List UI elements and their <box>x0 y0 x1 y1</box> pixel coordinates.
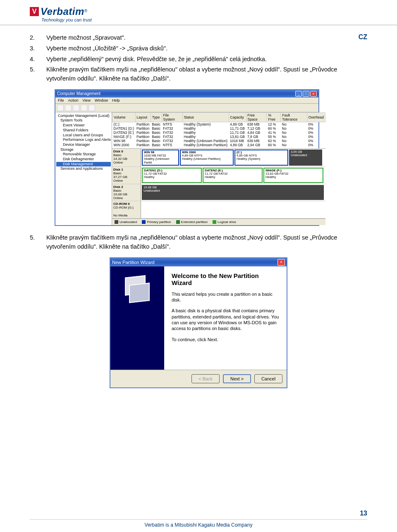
table-row[interactable]: WIN 98PartitionBasicFAT32Healthy (Unknow… <box>112 139 325 143</box>
tree-node[interactable]: Removable Storage <box>56 152 111 157</box>
column-header[interactable]: Capacity <box>229 112 246 122</box>
disk-label: Disk 1Basic37,27 GBOnline <box>112 167 141 184</box>
table-row[interactable]: IMAGE (F:)PartitionBasicFAT32Healthy13,8… <box>112 135 325 139</box>
new-partition-wizard: New Partition Wizard × Welcome to the Ne… <box>110 257 287 388</box>
menu-item[interactable]: Action <box>68 98 79 102</box>
legend-item: Logical drive <box>213 220 236 224</box>
menu-item[interactable]: Window <box>95 98 108 102</box>
partition-block[interactable]: (C:)4,89 GB NTFSHealthy (System) <box>234 150 288 166</box>
column-header[interactable]: Layout <box>135 112 151 122</box>
close-icon[interactable]: × <box>310 91 317 97</box>
partition-block[interactable]: DATEN1 (D:)11,72 GB FAT32Healthy <box>142 168 202 183</box>
tree-node[interactable]: Disk Management <box>56 162 111 167</box>
column-header[interactable]: Volume <box>112 112 135 122</box>
steps-list-bottom: 5.Klikněte pravým tlačítkem myši na „nep… <box>30 233 367 252</box>
disk-map: Disk 0Basic14,32 GBOnlineWIN 981020 MB F… <box>112 149 325 218</box>
cm-title: Computer Management <box>57 91 100 96</box>
disk-label: Disk 0Basic14,32 GBOnline <box>112 149 141 166</box>
tree-node[interactable]: System Tools <box>56 118 111 123</box>
disk-label: CD-ROM 0CD-ROM (G:)No Media <box>112 201 141 218</box>
column-header[interactable]: Type <box>151 112 162 122</box>
cancel-button[interactable]: Cancel <box>254 374 282 383</box>
wizard-banner <box>110 266 164 370</box>
tree-node[interactable]: Shared Folders <box>56 128 111 133</box>
column-header[interactable]: Status <box>182 112 229 122</box>
wizard-titlebar: New Partition Wizard × <box>110 258 287 266</box>
page-number: 13 <box>360 510 367 517</box>
step-item: 3.Vyberte možnost „Úložiště" -> „Správa … <box>30 44 367 53</box>
cm-tree[interactable]: Computer Management (Local)System ToolsE… <box>55 112 112 226</box>
tree-node[interactable]: Storage <box>56 147 111 152</box>
maximize-icon[interactable]: □ <box>303 91 309 97</box>
disk-row: Disk 2Basic19,08 GBOnline19,08 GBUnalloc… <box>112 184 325 202</box>
toolbar-icon[interactable] <box>65 104 72 111</box>
brand-reg: ® <box>84 9 87 13</box>
partition-block[interactable]: 19,08 GBUnallocated <box>142 185 324 200</box>
menu-item[interactable]: View <box>83 98 91 102</box>
page-header: V Verbatim® Technology you can trust <box>0 0 397 25</box>
legend-item: Primary partition <box>142 220 171 224</box>
disk-row: CD-ROM 0CD-ROM (G:)No Media <box>112 201 325 218</box>
back-button: < Back <box>191 374 220 383</box>
disk-row: Disk 0Basic14,32 GBOnlineWIN 981020 MB F… <box>112 149 325 167</box>
table-row[interactable]: DATEN1 (D:)PartitionBasicFAT32Healthy11,… <box>112 126 325 131</box>
partition-block[interactable]: IMAGE (F:)13,83 GB FAT32Healthy <box>263 168 323 183</box>
minimize-icon[interactable]: _ <box>295 91 302 97</box>
toolbar-icon[interactable] <box>81 104 87 111</box>
column-header[interactable]: Fault Tolerance <box>281 112 307 122</box>
menu-item[interactable]: File <box>58 98 64 102</box>
partition-block[interactable]: 3,55 GBUnallocated <box>289 150 322 166</box>
logo-mark-icon: V <box>30 7 39 16</box>
table-row[interactable]: DATEN2 (E:)PartitionBasicFAT32Healthy11,… <box>112 131 325 135</box>
legend-item: Unallocated <box>115 220 137 224</box>
step-item: 4.Vyberte „nepřidělený" pevný disk. Přes… <box>30 55 367 64</box>
column-header[interactable]: % Free <box>267 112 281 122</box>
next-button[interactable]: Next > <box>223 374 251 383</box>
wizard-heading: Welcome to the New Partition Wizard <box>172 272 279 286</box>
disk-row: Disk 1Basic37,27 GBOnlineDATEN1 (D:)11,7… <box>112 167 325 184</box>
toolbar-icon[interactable] <box>73 104 79 111</box>
partition-block[interactable]: DATEN2 (E:)11,72 GB FAT32Healthy <box>203 168 263 183</box>
column-header[interactable]: Overhead <box>307 112 325 122</box>
cm-toolbar <box>55 104 318 112</box>
tree-node[interactable]: Computer Management (Local) <box>56 114 111 119</box>
brand-logo: V Verbatim® <box>30 6 397 17</box>
disk-legend: UnallocatedPrimary partitionExtended par… <box>112 218 325 225</box>
volume-table: VolumeLayoutTypeFile SystemStatusCapacit… <box>112 112 325 147</box>
column-header[interactable]: File System <box>162 112 182 122</box>
wizard-text: To continue, click Next. <box>172 337 279 342</box>
close-icon[interactable]: × <box>277 259 285 266</box>
brand-tagline: Technology you can trust <box>30 17 397 22</box>
menu-item[interactable]: Help <box>112 98 120 102</box>
disk-icon <box>129 283 150 303</box>
disk-label: Disk 2Basic19,08 GBOnline <box>112 184 141 201</box>
tree-node[interactable]: Device Manager <box>56 142 111 147</box>
table-row[interactable]: (C:)PartitionBasicNTFSHealthy (System)4,… <box>112 122 325 126</box>
wizard-title: New Partition Wizard <box>112 260 155 265</box>
tree-node[interactable]: Disk Defragmenter <box>56 157 111 162</box>
wizard-text: A basic disk is a physical disk that con… <box>172 308 279 331</box>
cm-titlebar: Computer Management _ □ × <box>55 90 318 97</box>
tree-node[interactable]: Services and Applications <box>56 166 111 171</box>
brand-name: Verbatim <box>41 6 84 17</box>
tree-node[interactable]: Event Viewer <box>56 123 111 128</box>
table-row[interactable]: WIN 2000PartitionBasicNTFSHealthy (Unkno… <box>112 143 325 147</box>
language-tag: CZ <box>359 33 367 41</box>
steps-list-top: 2.Vyberte možnost „Spravovat".3.Vyberte … <box>30 33 367 83</box>
computer-management-window: Computer Management _ □ × FileActionView… <box>55 89 319 226</box>
page-footer: Verbatim is a Mitsubishi Kagaku Media Co… <box>30 519 367 528</box>
wizard-text: This wizard helps you create a partition… <box>172 291 279 303</box>
step-item: 5.Klikněte pravým tlačítkem myši na „nep… <box>30 65 367 83</box>
legend-item: Extended partition <box>176 220 208 224</box>
step-item: 5.Klikněte pravým tlačítkem myši na „nep… <box>30 233 367 252</box>
toolbar-icon[interactable] <box>57 104 64 111</box>
partition-block[interactable]: WIN 981020 MB FAT32Healthy (Unknown Part… <box>142 150 179 166</box>
tree-node[interactable]: Performance Logs and Alerts <box>56 138 111 142</box>
cm-menubar: FileActionViewWindowHelp <box>55 97 318 104</box>
partition-block[interactable]: WIN 20004,89 GB NTFSHealthy (Unknown Par… <box>180 150 234 166</box>
column-header[interactable]: Free Space <box>246 112 267 122</box>
step-item: 2.Vyberte možnost „Spravovat". <box>30 33 367 43</box>
tree-node[interactable]: Local Users and Groups <box>56 133 111 138</box>
toolbar-icon[interactable] <box>88 104 95 111</box>
